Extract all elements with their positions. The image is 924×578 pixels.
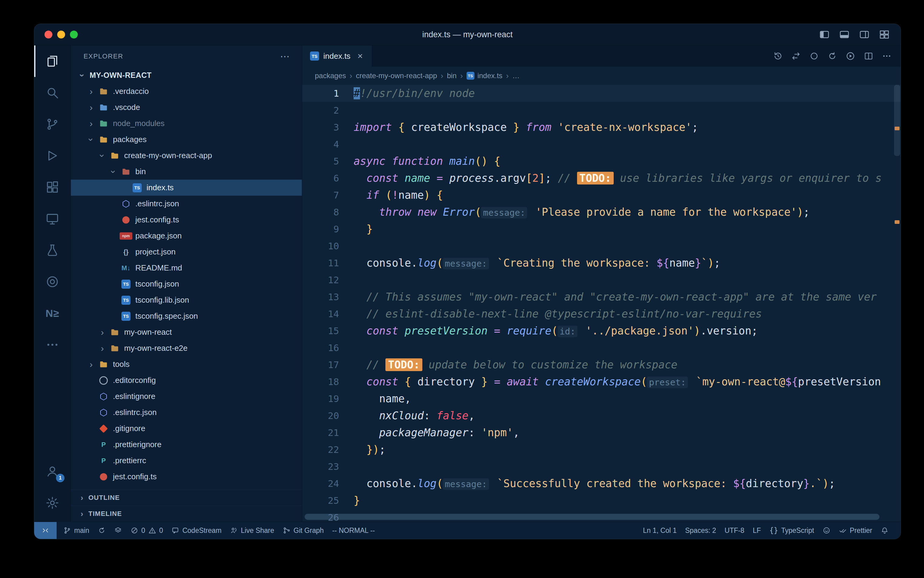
code-line-11[interactable]: 11 console.log(message: `Creating the wo…: [302, 255, 901, 271]
status-codestream[interactable]: CodeStream: [167, 522, 225, 539]
run-icon[interactable]: [846, 51, 855, 61]
tab-index-ts[interactable]: TS index.ts ×: [302, 45, 372, 67]
code-line-20[interactable]: 20 nxCloud: false,: [302, 407, 901, 424]
tree-item-packages[interactable]: ›packages: [71, 132, 302, 148]
tree-item-tools[interactable]: ›tools: [71, 356, 302, 372]
toggle-sidebar-icon[interactable]: [819, 29, 830, 40]
code-editor[interactable]: 1#!/usr/bin/env node23import { createWor…: [302, 85, 901, 522]
activity-item-remote-explorer[interactable]: [34, 203, 71, 234]
vertical-scrollbar-slider[interactable]: [894, 85, 900, 156]
vertical-scrollbar[interactable]: [893, 85, 901, 522]
tree-item-jest.config.ts[interactable]: jest.config.ts: [71, 469, 302, 485]
tree-item-tsconfig.lib.json[interactable]: TStsconfig.lib.json: [71, 292, 302, 308]
close-button[interactable]: [45, 31, 52, 39]
tree-item-my-own-react-e2e[interactable]: ›my-own-react-e2e: [71, 340, 302, 356]
tree-item-jest.config.ts[interactable]: jest.config.ts: [71, 212, 302, 228]
activity-item-run-debug[interactable]: [34, 140, 71, 172]
code-line-15[interactable]: 15 const presetVersion = require(id: '..…: [302, 322, 901, 339]
code-line-9[interactable]: 9 }: [302, 221, 901, 237]
tree-item-my-own-react[interactable]: ›my-own-react: [71, 324, 302, 340]
status-layers[interactable]: [110, 522, 126, 539]
status-problems[interactable]: 00: [126, 522, 167, 539]
status-language[interactable]: {}TypeScript: [765, 522, 818, 539]
status-vim-mode[interactable]: -- NORMAL --: [328, 522, 379, 539]
tree-item-bin[interactable]: ›bin: [71, 164, 302, 180]
code-line-3[interactable]: 3import { createWorkspace } from 'create…: [302, 119, 901, 136]
code-line-13[interactable]: 13 // This assumes "my-own-react" and "c…: [302, 288, 901, 305]
status-sync[interactable]: [94, 522, 110, 539]
code-line-17[interactable]: 17 // TODO: update below to customize th…: [302, 356, 901, 373]
code-line-25[interactable]: 25}: [302, 492, 901, 509]
zoom-button[interactable]: [70, 31, 78, 39]
compare-icon[interactable]: [791, 51, 801, 61]
sidebar-section-timeline[interactable]: ›TIMELINE: [71, 506, 302, 522]
tree-item-.eslintrc.json[interactable]: .eslintrc.json: [71, 196, 302, 212]
status-cursor-position[interactable]: Ln 1, Col 1: [639, 522, 681, 539]
activity-item-more[interactable]: [34, 329, 71, 360]
status-git-graph[interactable]: Git Graph: [278, 522, 328, 539]
code-line-19[interactable]: 19 name,: [302, 390, 901, 407]
tree-item-tsconfig.json[interactable]: TStsconfig.json: [71, 276, 302, 292]
customize-layout-icon[interactable]: [879, 29, 890, 40]
status-live-share[interactable]: Live Share: [226, 522, 278, 539]
code-line-7[interactable]: 7 if (!name) {: [302, 187, 901, 204]
status-eol[interactable]: LF: [748, 522, 765, 539]
breadcrumb-create-my-own-react-app[interactable]: create-my-own-react-app: [356, 71, 437, 80]
tree-root-my-own-react[interactable]: › MY-OWN-REACT: [71, 67, 302, 83]
tab-close-icon[interactable]: ×: [355, 50, 366, 62]
activity-item-accounts[interactable]: 1: [34, 456, 71, 487]
tree-item-.verdaccio[interactable]: ›.verdaccio: [71, 83, 302, 99]
code-line-22[interactable]: 22 });: [302, 441, 901, 458]
activity-item-extensions[interactable]: [34, 172, 71, 203]
tree-item-README.md[interactable]: M↓README.md: [71, 260, 302, 276]
tree-item-tsconfig.spec.json[interactable]: TStsconfig.spec.json: [71, 308, 302, 324]
code-line-24[interactable]: 24 console.log(message: `Successfully cr…: [302, 475, 901, 492]
code-line-14[interactable]: 14 // eslint-disable-next-line @typescri…: [302, 305, 901, 322]
code-line-1[interactable]: 1#!/usr/bin/env node: [302, 85, 901, 102]
breadcrumb-index.ts[interactable]: TSindex.ts: [466, 71, 503, 80]
sync-icon[interactable]: [827, 51, 837, 61]
code-line-16[interactable]: 16: [302, 339, 901, 356]
status-remote[interactable]: [34, 522, 57, 539]
toggle-secondary-sidebar-icon[interactable]: [859, 29, 870, 40]
tree-item-.gitignore[interactable]: .gitignore: [71, 421, 302, 437]
timeline-icon[interactable]: [773, 51, 783, 61]
activity-item-source-control[interactable]: [34, 109, 71, 140]
status-branch[interactable]: main: [59, 522, 94, 539]
tree-item-project.json[interactable]: {}project.json: [71, 244, 302, 260]
status-encoding[interactable]: UTF-8: [720, 522, 748, 539]
breadcrumb-packages[interactable]: packages: [315, 71, 346, 80]
tree-item-package.json[interactable]: npmpackage.json: [71, 228, 302, 244]
activity-item-settings[interactable]: [34, 487, 71, 519]
code-line-6[interactable]: 6 const name = process.argv[2]; // TODO:…: [302, 170, 901, 187]
activity-item-codestream[interactable]: [34, 266, 71, 297]
code-line-4[interactable]: 4: [302, 136, 901, 153]
tree-item-.eslintrc.json[interactable]: .eslintrc.json: [71, 404, 302, 421]
circle-icon[interactable]: [809, 51, 819, 61]
breadcrumb-more[interactable]: …: [512, 71, 519, 80]
activity-item-testing[interactable]: [34, 234, 71, 266]
breadcrumb-bin[interactable]: bin: [447, 71, 456, 80]
tree-item-index.ts[interactable]: TSindex.ts: [71, 180, 302, 196]
more-icon[interactable]: [882, 51, 892, 61]
code-line-18[interactable]: 18 const { directory } = await createWor…: [302, 373, 901, 390]
activity-item-search[interactable]: [34, 77, 71, 109]
activity-item-nx-console[interactable]: N≥: [34, 297, 71, 329]
code-line-10[interactable]: 10: [302, 237, 901, 255]
code-line-5[interactable]: 5async function main() {: [302, 153, 901, 170]
status-notifications[interactable]: [877, 522, 893, 539]
status-indentation[interactable]: Spaces: 2: [681, 522, 720, 539]
tree-item-create-my-own-react-app[interactable]: ›create-my-own-react-app: [71, 148, 302, 164]
minimize-button[interactable]: [57, 31, 65, 39]
code-line-23[interactable]: 23: [302, 458, 901, 475]
split-icon[interactable]: [864, 51, 874, 61]
sidebar-more-actions-icon[interactable]: ⋯: [280, 50, 290, 62]
horizontal-scrollbar[interactable]: [304, 514, 879, 520]
status-prettier[interactable]: Prettier: [835, 522, 877, 539]
tree-item-.prettierrc[interactable]: P.prettierrc: [71, 453, 302, 469]
tree-item-node_modules[interactable]: ›node_modules: [71, 115, 302, 132]
code-line-2[interactable]: 2: [302, 102, 901, 119]
tree-item-.editorconfig[interactable]: .editorconfig: [71, 372, 302, 388]
status-feedback[interactable]: [818, 522, 835, 539]
toggle-panel-icon[interactable]: [839, 29, 850, 40]
